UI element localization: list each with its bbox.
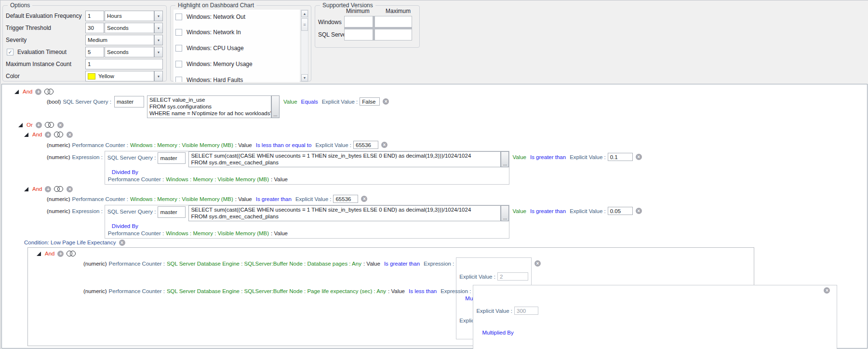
trigger-unit-select[interactable]: Seconds [105, 23, 154, 33]
group-icon[interactable] [54, 132, 64, 138]
highlight-checkbox[interactable] [175, 45, 182, 52]
nested-condition-label[interactable]: Condition: Low Page Life Expectancy [24, 239, 116, 246]
add-icon[interactable]: + [36, 122, 42, 128]
group-icon[interactable] [45, 122, 54, 128]
comparison-operator[interactable]: Is greater than [530, 205, 566, 215]
expression-box: × Explicit Value : 300 Multiplied By Exp… [473, 285, 837, 349]
scroll-down-icon[interactable]: ▼ [301, 74, 308, 81]
chevron-down-icon[interactable]: ▼ [154, 47, 163, 57]
delete-icon[interactable]: × [67, 186, 73, 192]
expanded-icon[interactable] [24, 187, 28, 191]
scrollbar-thumb[interactable]: ≡ [301, 18, 308, 31]
database-input[interactable]: master [158, 206, 186, 218]
delete-icon[interactable]: × [383, 98, 389, 105]
logical-operator[interactable]: And [32, 131, 42, 138]
sql-editor-button[interactable]: ... [271, 95, 280, 118]
list-item[interactable]: Windows: Hard Faults [175, 77, 243, 82]
math-operator[interactable]: Divided By [112, 169, 509, 175]
logical-operator[interactable]: And [45, 250, 54, 257]
evaluation-timeout-checkbox[interactable]: ✓ [7, 49, 13, 55]
value-type: (numeric) [83, 285, 107, 295]
frequency-value-input[interactable]: 1 [85, 11, 104, 21]
group-icon[interactable] [54, 186, 64, 192]
add-icon[interactable]: + [45, 132, 51, 138]
add-icon[interactable]: + [57, 251, 64, 257]
delete-icon[interactable]: × [361, 196, 367, 202]
logical-operator[interactable]: Or [27, 121, 33, 128]
explicit-value-input[interactable]: 0.05 [608, 207, 633, 215]
frequency-row: Default Evaluation Frequency 1 Hours ▼ [6, 11, 165, 21]
comparison-operator[interactable]: Is less than [409, 285, 437, 295]
sql-editor-button[interactable]: ... [501, 205, 509, 221]
explicit-value-input[interactable]: 65536 [353, 141, 378, 149]
explicit-value-input[interactable]: 0.1 [608, 153, 633, 161]
explicit-value-input[interactable]: 65536 [333, 195, 358, 203]
delete-icon[interactable]: × [824, 287, 830, 294]
delete-icon[interactable]: × [119, 240, 125, 246]
delete-icon[interactable]: × [636, 208, 642, 214]
chevron-down-icon[interactable]: ▼ [154, 71, 163, 81]
delete-icon[interactable]: × [636, 154, 642, 160]
frequency-unit-select[interactable]: Hours [105, 11, 154, 21]
logical-operator[interactable]: And [23, 88, 32, 95]
list-item[interactable]: Windows: Memory Usage [175, 61, 253, 67]
group-icon[interactable] [44, 89, 54, 95]
scroll-up-icon[interactable]: ▲ [301, 10, 308, 17]
severity-select[interactable]: Medium [85, 35, 154, 45]
sqlserver-min-input[interactable] [345, 29, 373, 40]
comparison-operator[interactable]: Is greater than [384, 257, 420, 267]
comparison-operator[interactable]: Is greater than [530, 151, 566, 161]
counter-path: SQL Server Database Engine : SQLServer:B… [167, 285, 386, 295]
delete-icon[interactable]: × [381, 142, 387, 148]
highlight-checkbox[interactable] [175, 61, 182, 67]
color-swatch [88, 73, 95, 80]
delete-icon[interactable]: × [67, 132, 73, 138]
explicit-value-input[interactable]: 300 [514, 307, 538, 315]
chevron-down-icon[interactable]: ▼ [154, 11, 163, 21]
explicit-value-input[interactable]: 2 [497, 272, 528, 281]
comparison-operator[interactable]: Equals [301, 95, 318, 105]
sql-editor-button[interactable]: ... [501, 151, 509, 167]
sql-text-input[interactable]: SELECT sum(cast((CASE WHEN usecounts = 1… [188, 151, 501, 167]
windows-min-input[interactable] [345, 16, 373, 27]
max-instance-input[interactable]: 1 [85, 59, 163, 69]
color-select[interactable]: Yellow [85, 71, 154, 81]
math-operator[interactable]: Multiplied By [482, 329, 834, 336]
highlight-checkbox[interactable] [175, 29, 182, 36]
delete-icon[interactable]: × [57, 122, 64, 128]
perf-counter-row: (numeric) Performance Counter : Windows … [47, 195, 367, 203]
add-icon[interactable]: + [45, 186, 51, 192]
counter-path: Windows : Memory : Visible Memory (MB) [130, 196, 233, 202]
add-icon[interactable]: + [35, 89, 41, 95]
expanded-icon[interactable] [37, 252, 41, 256]
expanded-icon[interactable] [18, 123, 23, 127]
sqlserver-max-input[interactable] [375, 29, 412, 40]
highlight-scrollbar[interactable]: ▲ ≡ ▼ [301, 10, 308, 82]
delete-icon[interactable]: × [534, 260, 541, 267]
frequency-label: Default Evaluation Frequency [6, 13, 81, 19]
sql-text-input[interactable]: SELECT value_in_use FROM sys.configurati… [147, 95, 271, 118]
math-operator[interactable]: Divided By [112, 223, 509, 229]
logical-operator[interactable]: And [32, 186, 42, 192]
highlight-checkbox[interactable] [175, 13, 182, 20]
chevron-down-icon[interactable]: ▼ [154, 35, 163, 45]
comparison-operator[interactable]: Is less than or equal to [256, 142, 312, 148]
expanded-icon[interactable] [14, 90, 19, 94]
database-input[interactable]: master [114, 96, 144, 107]
group-icon[interactable] [67, 251, 76, 257]
timeout-unit-select[interactable]: Seconds [105, 47, 154, 57]
database-input[interactable]: master [158, 152, 186, 164]
timeout-value-input[interactable]: 5 [85, 47, 104, 57]
comparison-operator[interactable]: Is greater than [256, 196, 292, 202]
value-type: (numeric) [47, 205, 70, 215]
highlight-checkbox[interactable] [175, 77, 182, 82]
list-item[interactable]: Windows: Network Out [175, 13, 245, 20]
trigger-value-input[interactable]: 30 [85, 23, 104, 33]
expanded-icon[interactable] [24, 133, 28, 137]
sql-text-input[interactable]: SELECT sum(cast((CASE WHEN usecounts = 1… [188, 205, 501, 221]
chevron-down-icon[interactable]: ▼ [154, 23, 163, 33]
list-item[interactable]: Windows: CPU Usage [175, 45, 244, 52]
explicit-value-input[interactable]: False [360, 97, 380, 106]
windows-max-input[interactable] [375, 16, 412, 27]
list-item[interactable]: Windows: Network In [175, 29, 241, 36]
